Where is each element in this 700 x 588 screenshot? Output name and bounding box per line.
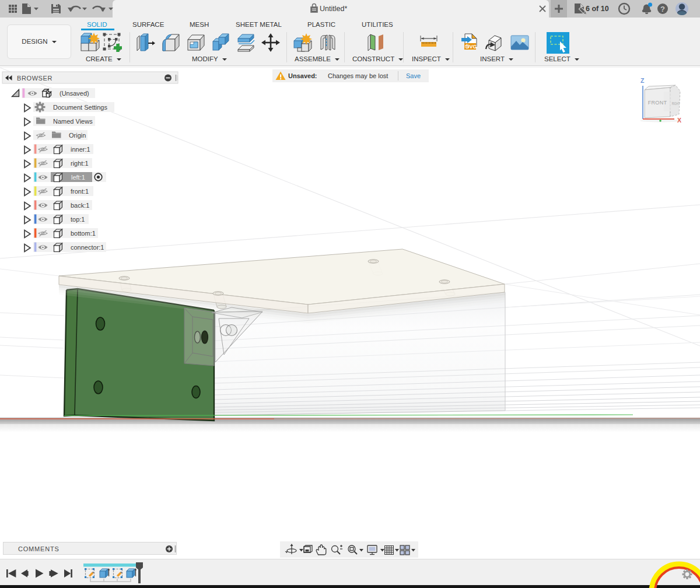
svg-text:X: X (677, 117, 681, 124)
svg-text:right:1: right:1 (71, 160, 89, 167)
svg-text:Named Views: Named Views (53, 118, 93, 125)
svg-text:Z: Z (640, 77, 645, 84)
svg-text:inner:1: inner:1 (71, 146, 90, 153)
svg-text:BROWSER: BROWSER (17, 75, 52, 82)
svg-text:RIGHT: RIGHT (672, 101, 680, 106)
svg-text:bottom:1: bottom:1 (71, 230, 96, 237)
svg-text:front:1: front:1 (71, 188, 89, 195)
svg-text:SVG: SVG (466, 44, 477, 50)
svg-text:COMMENTS: COMMENTS (18, 545, 60, 552)
svg-text:FRONT: FRONT (648, 100, 667, 106)
svg-text:top:1: top:1 (71, 216, 85, 223)
svg-text:left:1: left:1 (71, 174, 85, 181)
svg-text:Document Settings: Document Settings (53, 104, 107, 111)
svg-text:back:1: back:1 (71, 202, 89, 209)
svg-text:connector:1: connector:1 (71, 244, 104, 251)
svg-text:?: ? (660, 5, 665, 13)
svg-text:(Unsaved): (Unsaved) (60, 90, 89, 97)
svg-text:Origin: Origin (69, 132, 86, 139)
